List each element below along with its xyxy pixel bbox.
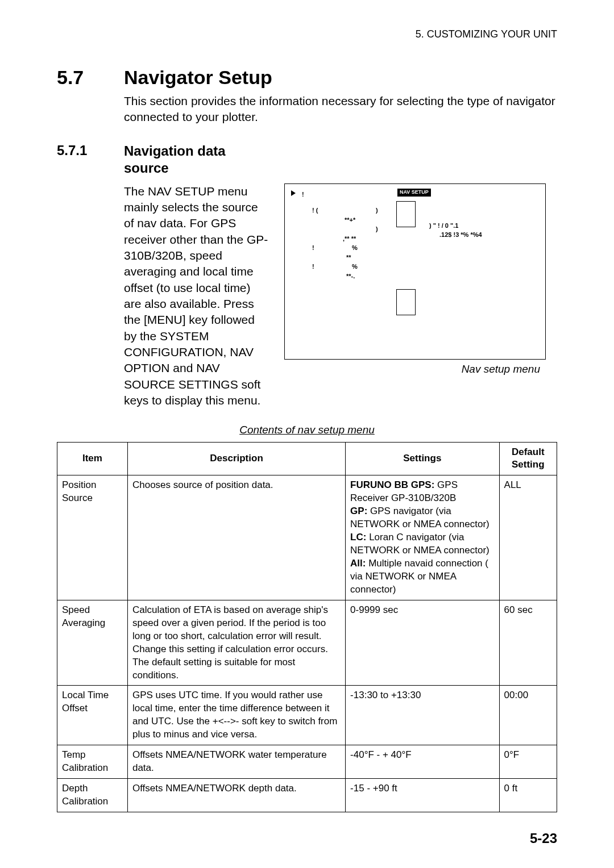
table-row: Position Source Chooses source of positi… — [57, 475, 557, 600]
cell-desc: Offsets NMEA/NETWORK water temperature d… — [127, 745, 345, 779]
cell-default: 00:00 — [499, 686, 557, 745]
value-box — [396, 201, 416, 227]
cell-desc: Calculation of ETA is based on average s… — [127, 600, 345, 686]
table-row: Local Time Offset GPS uses UTC time. If … — [57, 686, 557, 745]
side-labels: ) " ! / 0 ".1 .12$ !3 *% *%4 — [429, 222, 482, 240]
menu-row: **-. — [291, 272, 540, 281]
col-item: Item — [57, 442, 128, 475]
col-default: Default Setting — [499, 442, 557, 475]
cell-default: 0 ft — [499, 779, 557, 812]
section-heading: 5.7 Navigator Setup — [57, 66, 557, 89]
cell-settings: -13:30 to +13:30 — [346, 686, 499, 745]
subsection: 5.7.1 Navigation data source The NAV SET… — [57, 143, 557, 409]
cell-item: Local Time Offset — [57, 686, 128, 745]
menu-row: ,** ** — [291, 234, 540, 244]
cell-settings: 0-9999 sec — [346, 600, 499, 686]
section-number: 5.7 — [57, 66, 101, 89]
menu-row: !% — [291, 243, 540, 253]
cell-settings: -40°F - + 40°F — [346, 745, 499, 779]
subsection-body: The NAV SETUP menu mainly selects the so… — [124, 183, 268, 409]
nav-setup-label: NAV SETUP — [397, 189, 431, 197]
cell-default: 60 sec — [499, 600, 557, 686]
chapter-header: 5. CUSTOMIZING YOUR UNIT — [57, 28, 557, 40]
cell-desc: GPS uses UTC time. If you would rather u… — [127, 686, 345, 745]
col-settings: Settings — [346, 442, 499, 475]
cell-default: 0°F — [499, 745, 557, 779]
nav-setup-menu-figure: NAV SETUP ! ! () **+* ) ,** ** !% ** !% … — [284, 183, 546, 360]
section-intro: This section provides the information ne… — [124, 93, 557, 126]
table-row: Depth Calibration Offsets NMEA/NETWORK d… — [57, 779, 557, 812]
menu-row: !% — [291, 262, 540, 272]
figure-caption: Nav setup menu — [284, 363, 557, 375]
table-row: Temp Calibration Offsets NMEA/NETWORK wa… — [57, 745, 557, 779]
subsection-title: Navigation data source — [124, 143, 249, 177]
cell-settings: FURUNO BB GPS: GPS Receiver GP-310B/320B… — [346, 475, 499, 600]
cell-item: Position Source — [57, 475, 128, 600]
cell-item: Temp Calibration — [57, 745, 128, 779]
table-row: Speed Averaging Calculation of ETA is ba… — [57, 600, 557, 686]
value-box — [396, 289, 416, 315]
subsection-number: 5.7.1 — [57, 143, 101, 409]
cell-desc: Chooses source of position data. — [127, 475, 345, 600]
cell-item: Depth Calibration — [57, 779, 128, 812]
nav-setup-table: Item Description Settings Default Settin… — [57, 442, 557, 812]
cell-default: ALL — [499, 475, 557, 600]
triangle-icon — [291, 190, 296, 196]
section-title: Navigator Setup — [124, 66, 272, 89]
page-number: 5-23 — [530, 831, 557, 846]
figure: NAV SETUP ! ! () **+* ) ,** ** !% ** !% … — [284, 183, 557, 409]
cell-settings: -15 - +90 ft — [346, 779, 499, 812]
menu-row: ** — [291, 253, 540, 262]
cell-desc: Offsets NMEA/NETWORK depth data. — [127, 779, 345, 812]
col-description: Description — [127, 442, 345, 475]
table-caption: Contents of nav setup menu — [57, 424, 557, 436]
cell-item: Speed Averaging — [57, 600, 128, 686]
table-header-row: Item Description Settings Default Settin… — [57, 442, 557, 475]
